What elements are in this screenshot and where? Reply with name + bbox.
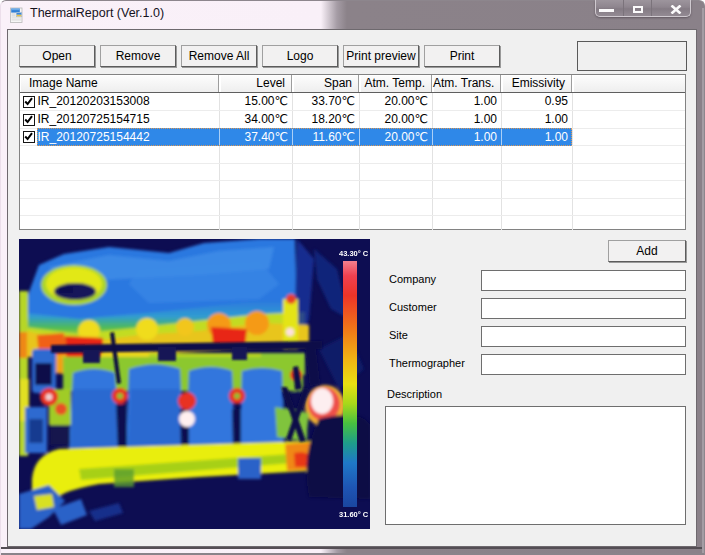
svg-text:43.30° C: 43.30° C xyxy=(339,249,369,258)
svg-text:31.60° C: 31.60° C xyxy=(339,510,369,519)
